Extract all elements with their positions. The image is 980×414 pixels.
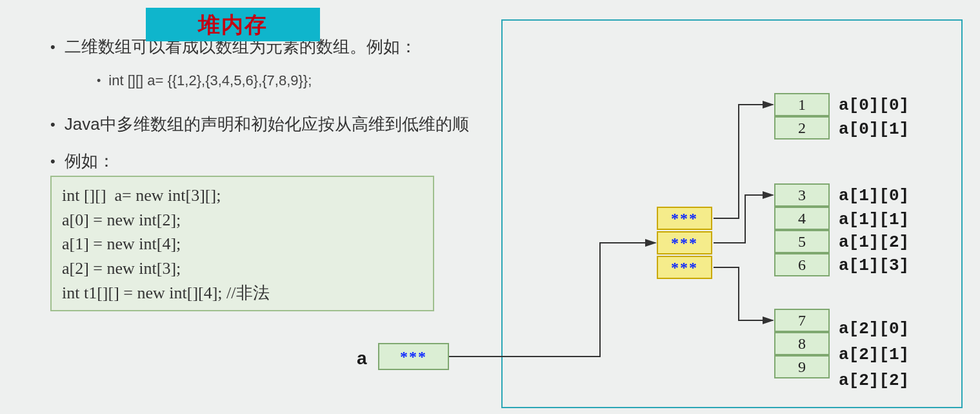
bullet-text-3: 例如： — [65, 150, 115, 172]
bullet-dot: • — [97, 74, 101, 88]
var-a-cell: *** — [378, 343, 449, 370]
g2-cell-1: 8 — [774, 332, 830, 355]
g0-label-1: a[0][1] — [839, 119, 909, 139]
bullet-dot: • — [50, 153, 55, 170]
ptr-cell-0: *** — [657, 207, 712, 230]
bullet-l1-2: • Java中多维数组的声明和初始化应按从高维到低维的顺 — [50, 113, 469, 136]
bullet-l2-1: • int [][] a= {{1,2},{3,4,5,6},{7,8,9}}; — [97, 72, 312, 89]
bullet-code-inline: int [][] a= {{1,2},{3,4,5,6},{7,8,9}}; — [108, 72, 312, 89]
bullet-text-2: Java中多维数组的声明和初始化应按从高维到低维的顺 — [65, 113, 469, 136]
g1-label-3: a[1][3] — [839, 256, 909, 275]
g0-cell-1: 2 — [774, 116, 830, 140]
bullet-dot: • — [50, 116, 55, 133]
heap-title: 堆内存 — [146, 8, 320, 41]
g1-label-0: a[1][0] — [839, 186, 909, 205]
g1-cell-3: 6 — [774, 253, 830, 276]
code-block: int [][] a= new int[3][]; a[0] = new int… — [50, 176, 434, 311]
var-a-label: a — [357, 348, 367, 369]
g2-label-1: a[2][1] — [839, 345, 909, 364]
g0-cell-0: 1 — [774, 93, 830, 116]
bullet-l1-3: • 例如： — [50, 150, 115, 172]
g1-cell-0: 3 — [774, 183, 830, 207]
g2-cell-2: 9 — [774, 355, 830, 378]
ptr-cell-1: *** — [657, 231, 712, 254]
g1-label-1: a[1][1] — [839, 210, 909, 229]
code-text: int [][] a= new int[3][]; a[0] = new int… — [62, 186, 270, 302]
g1-cell-2: 5 — [774, 230, 830, 253]
g1-cell-1: 4 — [774, 207, 830, 230]
g2-cell-0: 7 — [774, 309, 830, 332]
ptr-cell-2: *** — [657, 256, 712, 279]
g2-label-2: a[2][2] — [839, 371, 909, 390]
g1-label-2: a[1][2] — [839, 233, 909, 252]
g2-label-0: a[2][0] — [839, 319, 909, 338]
bullet-dot: • — [50, 39, 55, 56]
g0-label-0: a[0][0] — [839, 96, 909, 115]
